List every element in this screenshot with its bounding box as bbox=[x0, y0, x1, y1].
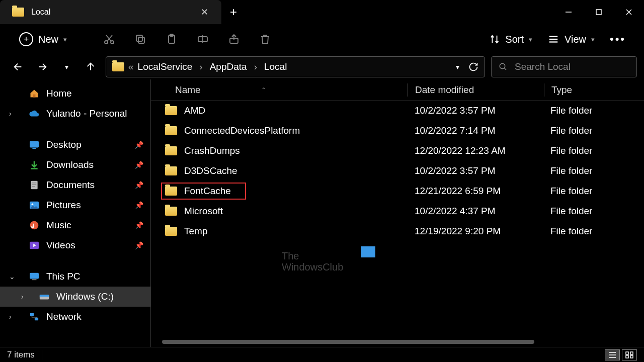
titlebar: Local ✕ + bbox=[0, 0, 644, 24]
copy-button[interactable] bbox=[126, 29, 154, 49]
sidebar-item-music[interactable]: Music 📌 bbox=[0, 215, 150, 235]
svg-line-19 bbox=[504, 68, 506, 70]
chevron-right-icon[interactable]: › bbox=[9, 313, 12, 321]
search-placeholder: Search Local bbox=[515, 61, 571, 72]
folder-icon bbox=[12, 8, 24, 17]
sidebar-item-pictures[interactable]: Pictures 📌 bbox=[0, 195, 150, 215]
new-button[interactable]: + New ▾ bbox=[12, 28, 74, 50]
horizontal-scrollbar[interactable] bbox=[162, 340, 534, 344]
paste-button[interactable] bbox=[157, 29, 186, 49]
view-button[interactable]: View ▾ bbox=[541, 30, 601, 49]
details-view-button[interactable] bbox=[605, 349, 620, 360]
svg-rect-20 bbox=[33, 95, 36, 98]
sidebar-item-personal[interactable]: › Yulando - Personal bbox=[0, 104, 150, 124]
file-row[interactable]: FontCache12/21/2022 6:59 PMFile folder bbox=[151, 181, 644, 201]
chevron-down-icon: ▾ bbox=[529, 36, 532, 43]
new-label: New bbox=[38, 34, 58, 45]
header-type[interactable]: Type bbox=[544, 84, 644, 96]
up-button[interactable] bbox=[82, 58, 100, 76]
minimize-button[interactable] bbox=[553, 0, 584, 24]
file-type: File folder bbox=[543, 105, 644, 116]
file-date: 12/21/2022 6:59 PM bbox=[408, 186, 543, 197]
file-row[interactable]: AMD10/2/2022 3:57 PMFile folder bbox=[151, 101, 644, 121]
address-bar[interactable]: « LocalService › AppData › Local ▾ bbox=[106, 56, 485, 77]
videos-icon bbox=[28, 240, 40, 250]
file-date: 10/2/2022 4:37 PM bbox=[408, 206, 543, 217]
forward-button[interactable] bbox=[33, 58, 51, 76]
window-controls bbox=[553, 0, 644, 24]
tab-local[interactable]: Local ✕ bbox=[0, 0, 221, 24]
file-row[interactable]: Temp12/19/2022 9:20 PMFile folder bbox=[151, 221, 644, 241]
folder-icon bbox=[165, 146, 177, 155]
view-mode-toggle bbox=[605, 349, 637, 360]
sort-label: Sort bbox=[505, 34, 524, 45]
share-button[interactable] bbox=[220, 29, 248, 49]
file-type: File folder bbox=[543, 226, 644, 237]
folder-icon bbox=[165, 126, 177, 135]
sort-button[interactable]: Sort ▾ bbox=[483, 30, 538, 49]
delete-button[interactable] bbox=[251, 29, 279, 49]
sidebar-item-drive-c[interactable]: › Windows (C:) bbox=[0, 287, 150, 307]
main-area: Home › Yulando - Personal Desktop 📌 Down… bbox=[0, 79, 644, 347]
sidebar-label: Pictures bbox=[46, 200, 81, 211]
file-name: AMD bbox=[184, 105, 205, 116]
close-tab-button[interactable]: ✕ bbox=[197, 5, 212, 20]
sidebar-item-this-pc[interactable]: ⌄ This PC bbox=[0, 266, 150, 287]
breadcrumb-item[interactable]: Local bbox=[264, 61, 287, 72]
breadcrumb-item[interactable]: LocalService bbox=[138, 61, 193, 72]
thumbnails-view-button[interactable] bbox=[622, 349, 637, 360]
watermark: The WindowsClub bbox=[282, 250, 343, 273]
status-bar: 7 items bbox=[0, 347, 644, 362]
svg-rect-9 bbox=[136, 35, 142, 41]
chevron-down-icon: ▾ bbox=[63, 36, 67, 43]
svg-rect-21 bbox=[30, 141, 39, 148]
file-name: D3DSCache bbox=[184, 165, 237, 176]
svg-rect-23 bbox=[31, 181, 37, 190]
header-name[interactable]: Name ⌃ bbox=[151, 84, 408, 96]
music-icon bbox=[28, 220, 40, 230]
rename-button[interactable] bbox=[189, 29, 217, 49]
maximize-button[interactable] bbox=[584, 0, 614, 24]
refresh-button[interactable] bbox=[468, 62, 478, 72]
file-row[interactable]: Microsoft10/2/2022 4:37 PMFile folder bbox=[151, 201, 644, 221]
sidebar-label: Videos bbox=[46, 240, 75, 251]
column-headers: Name ⌃ Date modified Type bbox=[151, 79, 644, 101]
file-type: File folder bbox=[543, 206, 644, 217]
file-date: 12/19/2022 9:20 PM bbox=[408, 226, 543, 237]
close-window-button[interactable] bbox=[614, 0, 644, 24]
more-button[interactable]: ••• bbox=[604, 29, 632, 49]
sidebar-label: Network bbox=[46, 311, 82, 322]
svg-line-7 bbox=[106, 35, 111, 41]
file-row[interactable]: CrashDumps12/20/2022 12:23 AMFile folder bbox=[151, 141, 644, 161]
folder-icon bbox=[165, 166, 177, 175]
cut-button[interactable] bbox=[95, 29, 123, 49]
chevron-down-icon[interactable]: ▾ bbox=[456, 63, 459, 71]
header-date[interactable]: Date modified bbox=[408, 84, 544, 96]
breadcrumb-item[interactable]: AppData bbox=[210, 61, 247, 72]
chevron-down-icon[interactable]: ⌄ bbox=[9, 273, 15, 281]
download-icon bbox=[28, 160, 40, 170]
pictures-icon bbox=[28, 200, 40, 210]
chevron-right-icon[interactable]: › bbox=[21, 293, 24, 301]
sidebar-item-desktop[interactable]: Desktop 📌 bbox=[0, 135, 150, 155]
svg-rect-22 bbox=[32, 148, 36, 149]
address-row: ▾ « LocalService › AppData › Local ▾ Sea… bbox=[0, 54, 644, 79]
sidebar-item-downloads[interactable]: Downloads 📌 bbox=[0, 155, 150, 175]
sidebar-item-documents[interactable]: Documents 📌 bbox=[0, 175, 150, 195]
file-list: Name ⌃ Date modified Type AMD10/2/2022 3… bbox=[151, 79, 644, 347]
search-box[interactable]: Search Local bbox=[491, 56, 637, 77]
breadcrumb-prefix: « bbox=[128, 61, 134, 72]
new-tab-button[interactable]: + bbox=[221, 5, 246, 19]
back-button[interactable] bbox=[9, 58, 27, 76]
sidebar-item-network[interactable]: › Network bbox=[0, 307, 150, 327]
file-row[interactable]: ConnectedDevicesPlatform10/2/2022 7:14 P… bbox=[151, 121, 644, 141]
sidebar-item-home[interactable]: Home bbox=[0, 83, 150, 104]
sidebar-item-videos[interactable]: Videos 📌 bbox=[0, 235, 150, 255]
file-row[interactable]: D3DSCache10/2/2022 3:57 PMFile folder bbox=[151, 161, 644, 181]
tab-title: Local bbox=[31, 8, 50, 17]
folder-icon bbox=[112, 62, 124, 71]
recent-button[interactable]: ▾ bbox=[57, 58, 75, 76]
chevron-right-icon[interactable]: › bbox=[9, 110, 12, 118]
sidebar-label: Music bbox=[46, 220, 71, 231]
sidebar-label: Windows (C:) bbox=[56, 291, 114, 302]
